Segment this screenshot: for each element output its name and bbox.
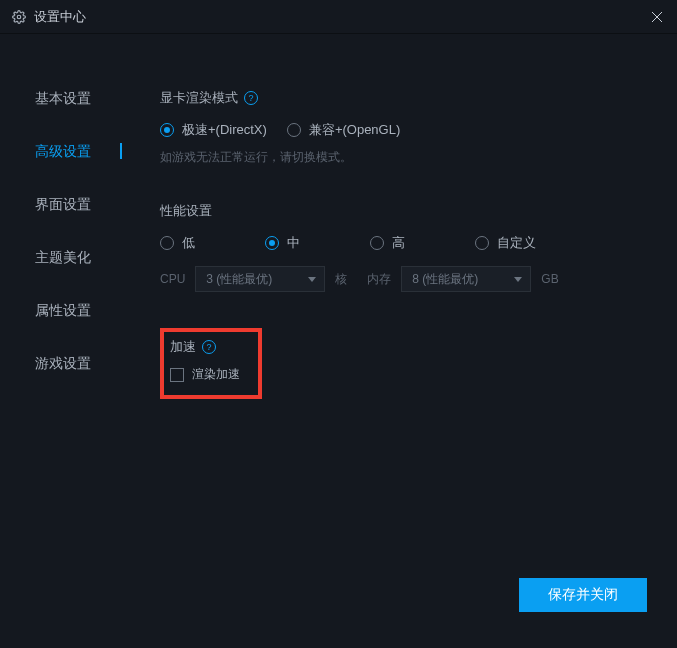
sidebar: 基本设置 高级设置 界面设置 主题美化 属性设置 游戏设置 — [0, 34, 130, 648]
render-mode-title-row: 显卡渲染模式 ? — [160, 89, 647, 107]
performance-options: 低 中 高 自定义 — [160, 234, 647, 252]
close-icon — [651, 11, 663, 23]
main-panel: 显卡渲染模式 ? 极速+(DirectX) 兼容+(OpenGL) 如游戏无法正… — [130, 34, 677, 648]
titlebar-left: 设置中心 — [12, 8, 86, 26]
footer: 保存并关闭 — [519, 578, 647, 612]
radio-circle-icon — [370, 236, 384, 250]
svg-point-0 — [17, 15, 21, 19]
performance-section: 性能设置 低 中 高 自定义 — [160, 202, 647, 292]
radio-label: 兼容+(OpenGL) — [309, 121, 400, 139]
radio-low[interactable]: 低 — [160, 234, 265, 252]
performance-controls: CPU 3 (性能最优) 核 内存 8 (性能最优) GB — [160, 266, 647, 292]
radio-directx[interactable]: 极速+(DirectX) — [160, 121, 267, 139]
mem-dropdown[interactable]: 8 (性能最优) — [401, 266, 531, 292]
accel-title: 加速 — [170, 338, 196, 356]
radio-label: 极速+(DirectX) — [182, 121, 267, 139]
sidebar-item-ui[interactable]: 界面设置 — [0, 195, 130, 213]
mem-unit: GB — [541, 272, 558, 286]
help-icon[interactable]: ? — [244, 91, 258, 105]
accel-highlight-box: 加速 ? 渲染加速 — [160, 328, 262, 399]
save-close-button[interactable]: 保存并关闭 — [519, 578, 647, 612]
mem-label: 内存 — [367, 271, 391, 288]
accel-title-row: 加速 ? — [170, 338, 250, 356]
window-title: 设置中心 — [34, 8, 86, 26]
radio-circle-icon — [287, 123, 301, 137]
render-mode-title: 显卡渲染模式 — [160, 89, 238, 107]
checkbox-icon — [170, 368, 184, 382]
radio-opengl[interactable]: 兼容+(OpenGL) — [287, 121, 400, 139]
help-icon[interactable]: ? — [202, 340, 216, 354]
content: 基本设置 高级设置 界面设置 主题美化 属性设置 游戏设置 显卡渲染模式 ? 极… — [0, 34, 677, 648]
sidebar-item-game[interactable]: 游戏设置 — [0, 354, 130, 372]
close-button[interactable] — [649, 9, 665, 25]
render-mode-section: 显卡渲染模式 ? 极速+(DirectX) 兼容+(OpenGL) 如游戏无法正… — [160, 89, 647, 166]
radio-label: 低 — [182, 234, 195, 252]
radio-circle-icon — [160, 123, 174, 137]
radio-label: 自定义 — [497, 234, 536, 252]
radio-circle-icon — [265, 236, 279, 250]
radio-high[interactable]: 高 — [370, 234, 475, 252]
sidebar-item-advanced[interactable]: 高级设置 — [0, 142, 130, 160]
render-mode-hint: 如游戏无法正常运行，请切换模式。 — [160, 149, 647, 166]
radio-label: 高 — [392, 234, 405, 252]
radio-label: 中 — [287, 234, 300, 252]
radio-circle-icon — [475, 236, 489, 250]
render-accel-checkbox[interactable]: 渲染加速 — [170, 366, 240, 383]
performance-title: 性能设置 — [160, 202, 212, 220]
cpu-dropdown[interactable]: 3 (性能最优) — [195, 266, 325, 292]
radio-medium[interactable]: 中 — [265, 234, 370, 252]
render-mode-options: 极速+(DirectX) 兼容+(OpenGL) — [160, 121, 647, 139]
cpu-label: CPU — [160, 272, 185, 286]
titlebar: 设置中心 — [0, 0, 677, 34]
sidebar-item-property[interactable]: 属性设置 — [0, 301, 130, 319]
radio-custom[interactable]: 自定义 — [475, 234, 580, 252]
radio-circle-icon — [160, 236, 174, 250]
sidebar-item-theme[interactable]: 主题美化 — [0, 248, 130, 266]
sidebar-item-basic[interactable]: 基本设置 — [0, 89, 130, 107]
checkbox-label: 渲染加速 — [192, 366, 240, 383]
gear-icon — [12, 10, 26, 24]
cpu-unit: 核 — [335, 271, 347, 288]
performance-title-row: 性能设置 — [160, 202, 647, 220]
